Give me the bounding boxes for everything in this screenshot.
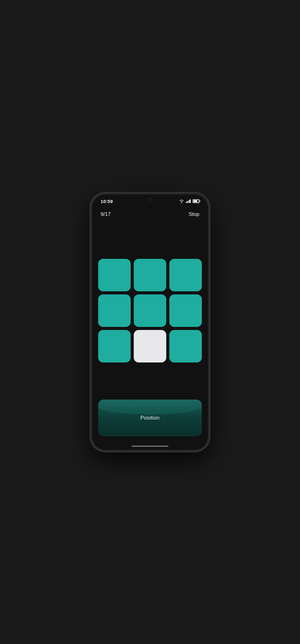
progress-indicator: 9/17	[101, 211, 111, 217]
tile-8[interactable]	[169, 330, 202, 362]
tile-6[interactable]	[98, 330, 131, 362]
app-header: 9/17 Stop	[92, 206, 208, 222]
bottom-area: Position	[92, 400, 208, 446]
position-button[interactable]: Position	[98, 400, 202, 436]
signal-icon	[186, 199, 191, 203]
tile-3[interactable]	[98, 294, 131, 327]
stop-button[interactable]: Stop	[189, 210, 199, 219]
battery-fill	[194, 200, 197, 202]
status-icons	[179, 199, 200, 203]
screen: 10:59 9/17	[92, 194, 208, 450]
tile-2[interactable]	[169, 259, 202, 291]
home-indicator	[92, 446, 208, 450]
battery-icon	[193, 199, 199, 203]
tile-5[interactable]	[169, 294, 202, 327]
status-time: 10:59	[101, 199, 113, 204]
tile-1[interactable]	[134, 259, 166, 291]
tile-4[interactable]	[134, 294, 166, 327]
tile-grid	[98, 259, 202, 362]
phone-frame: 10:59 9/17	[90, 193, 210, 452]
grid-container	[92, 222, 208, 400]
home-bar	[132, 446, 168, 447]
tile-0[interactable]	[98, 259, 131, 291]
status-bar: 10:59	[92, 194, 208, 206]
wifi-icon	[179, 199, 184, 203]
tile-7[interactable]	[134, 330, 166, 362]
position-label: Position	[140, 415, 160, 421]
camera-notch	[148, 197, 152, 201]
